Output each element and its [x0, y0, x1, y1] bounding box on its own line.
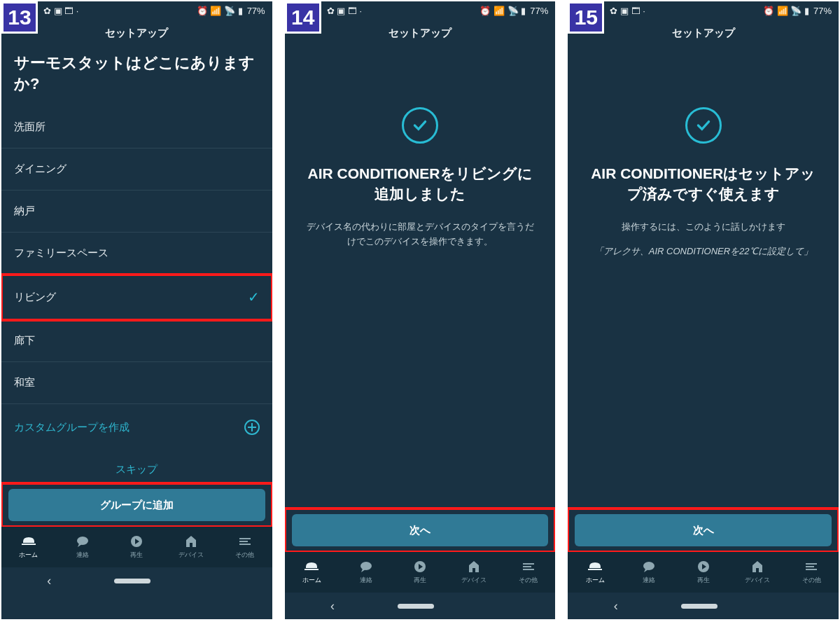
confirmation-description: 操作するには、このように話しかけます: [622, 220, 785, 235]
back-icon[interactable]: ‹: [614, 599, 618, 614]
chat-icon: [358, 560, 374, 574]
chat-icon: [74, 534, 91, 548]
list-item-label: 廊下: [14, 334, 35, 347]
device-icon: [465, 560, 482, 574]
room-option-japanese-room[interactable]: 和室: [1, 362, 272, 403]
room-option-washroom[interactable]: 洗面所: [1, 106, 272, 148]
tab-label: ホーム: [19, 551, 38, 560]
tab-bar: ホーム 連絡 再生 デバイス その他: [285, 552, 556, 593]
tab-contact[interactable]: 連絡: [622, 552, 676, 593]
svg-point-10: [643, 562, 654, 570]
list-item-label: 和室: [14, 376, 35, 389]
tab-label: ホーム: [302, 576, 321, 585]
tab-label: 連絡: [360, 576, 372, 585]
tab-contact[interactable]: 連絡: [339, 552, 393, 593]
device-icon: [749, 560, 766, 574]
step-badge: 15: [568, 1, 604, 34]
list-item-label: ダイニング: [14, 163, 66, 176]
status-right-icons: ⏰ 📶 📡 ▮: [479, 6, 526, 15]
tab-home[interactable]: ホーム: [285, 552, 339, 593]
add-to-group-button[interactable]: グループに追加: [8, 489, 265, 521]
android-nav-bar: ‹: [285, 593, 556, 619]
back-icon[interactable]: ‹: [330, 599, 335, 614]
svg-rect-4: [239, 544, 251, 545]
status-right-icons: ⏰ 📶 📡 ▮: [197, 6, 243, 15]
battery-text: 77%: [247, 6, 265, 15]
home-icon: [303, 560, 320, 574]
list-item-label: 納戸: [14, 205, 35, 218]
phone-screen-15: 15 ✿ ▣ 🗔 · ⏰ 📶 📡 ▮ 77% セットアップ AIR CONDIT…: [568, 1, 839, 619]
tab-device[interactable]: デバイス: [164, 527, 218, 567]
android-nav-bar: ‹: [568, 593, 839, 619]
tab-label: その他: [802, 576, 821, 585]
tab-label: その他: [519, 576, 538, 585]
home-pill[interactable]: [398, 604, 434, 609]
custom-group-label: カスタムグループを作成: [14, 421, 130, 434]
plus-icon: [244, 420, 260, 435]
room-option-dining[interactable]: ダイニング: [1, 148, 272, 191]
svg-rect-7: [523, 563, 534, 565]
primary-button-area: グループに追加: [1, 483, 272, 527]
tab-label: その他: [235, 551, 254, 560]
tab-play[interactable]: 再生: [393, 552, 447, 593]
tab-label: デバイス: [745, 576, 770, 585]
svg-rect-2: [239, 538, 251, 539]
status-bar: ✿ ▣ 🗔 · ⏰ 📶 📡 ▮ 77%: [568, 1, 839, 20]
room-option-living[interactable]: リビング ✓: [1, 275, 272, 320]
tab-play[interactable]: 再生: [110, 527, 164, 567]
tab-home[interactable]: ホーム: [568, 552, 622, 593]
tab-contact[interactable]: 連絡: [55, 527, 109, 567]
svg-point-0: [77, 537, 88, 545]
app-header: セットアップ: [1, 20, 272, 44]
tab-home[interactable]: ホーム: [1, 527, 55, 567]
status-left-icons: ✿ ▣ 🗔 ·: [610, 6, 645, 15]
step-badge: 13: [1, 1, 38, 34]
status-left-icons: ✿ ▣ 🗔 ·: [43, 6, 78, 15]
svg-rect-13: [806, 566, 814, 567]
question-heading: サーモスタットはどこにありますか?: [1, 44, 272, 106]
tab-more[interactable]: その他: [501, 552, 555, 593]
status-bar: ✿ ▣ 🗔 · ⏰ 📶 📡 ▮ 77%: [1, 1, 272, 20]
tab-device[interactable]: デバイス: [730, 552, 784, 593]
phone-screen-14: 14 ✿ ▣ 🗔 · ⏰ 📶 📡 ▮ 77% セットアップ AIR CONDIT…: [285, 1, 556, 619]
home-icon: [20, 534, 37, 548]
confirmation-body: AIR CONDITIONERはセットアップ済みですぐ使えます 操作するには、こ…: [568, 44, 839, 509]
status-right-icons: ⏰ 📶 📡 ▮: [763, 6, 809, 15]
battery-text: 77%: [530, 6, 548, 15]
success-check-icon: [402, 107, 438, 144]
list-item-label: ファミリースペース: [14, 247, 108, 260]
step-badge: 14: [285, 1, 321, 34]
play-icon: [412, 560, 428, 574]
play-icon: [128, 534, 145, 548]
room-list: 洗面所 ダイニング 納戸 ファミリースペース リビング ✓ 廊下 和室: [1, 106, 272, 403]
more-icon: [237, 534, 253, 548]
tab-label: 再生: [414, 576, 426, 585]
status-left-icons: ✿ ▣ 🗔 ·: [327, 6, 362, 15]
room-option-storage[interactable]: 納戸: [1, 191, 272, 233]
tab-play[interactable]: 再生: [676, 552, 730, 593]
tab-more[interactable]: その他: [785, 552, 839, 593]
skip-link[interactable]: スキップ: [1, 450, 272, 483]
android-nav-bar: ‹: [1, 567, 272, 594]
confirmation-title: AIR CONDITIONERはセットアップ済みですぐ使えます: [589, 163, 818, 205]
confirmation-body: AIR CONDITIONERをリビングに追加しました デバイス名の代わりに部屋…: [285, 44, 556, 509]
next-button[interactable]: 次へ: [575, 514, 832, 546]
list-item-label: 洗面所: [14, 120, 46, 134]
more-icon: [803, 560, 820, 574]
room-option-hallway[interactable]: 廊下: [1, 320, 272, 362]
home-icon: [587, 560, 603, 574]
tab-bar: ホーム 連絡 再生 デバイス その他: [1, 527, 272, 567]
home-pill[interactable]: [681, 604, 718, 609]
tab-more[interactable]: その他: [218, 527, 272, 567]
home-pill[interactable]: [114, 579, 150, 583]
next-button[interactable]: 次へ: [292, 514, 549, 546]
battery-text: 77%: [813, 6, 832, 15]
tab-device[interactable]: デバイス: [447, 552, 501, 593]
phone-screen-13: 13 ✿ ▣ 🗔 · ⏰ 📶 📡 ▮ 77% セットアップ サーモスタットはどこ…: [1, 1, 272, 619]
back-icon[interactable]: ‹: [47, 574, 51, 588]
check-icon: ✓: [248, 289, 260, 305]
tab-label: ホーム: [586, 576, 605, 585]
create-custom-group[interactable]: カスタムグループを作成: [1, 403, 272, 450]
room-option-family-space[interactable]: ファミリースペース: [1, 233, 272, 275]
svg-rect-12: [806, 563, 817, 565]
